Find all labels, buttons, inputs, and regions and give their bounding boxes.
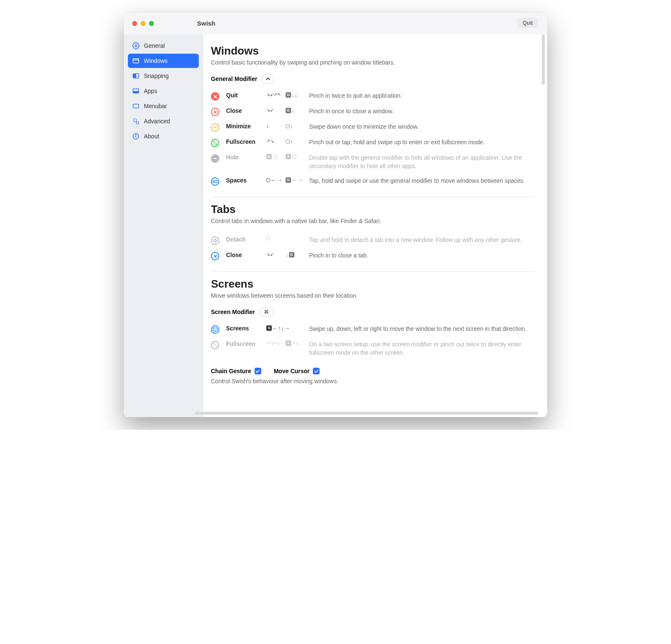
toggle-screen-fullscreen[interactable] <box>211 341 219 349</box>
row-desc: Pinch out or tap, hold and swipe up to e… <box>309 138 535 147</box>
checkbox-row: Chain Gesture Move Cursor <box>211 368 535 374</box>
svg-rect-7 <box>133 104 139 108</box>
move-cursor-option: Move Cursor <box>274 368 320 374</box>
row-name: Screens <box>226 325 266 332</box>
window-title: Swish <box>197 20 215 27</box>
sidebar-item-apps[interactable]: Apps <box>128 84 199 98</box>
toggle-tab-close[interactable] <box>211 252 219 260</box>
sidebar: General Windows Snapping Apps <box>124 34 203 417</box>
sidebar-item-general[interactable]: General <box>128 39 199 53</box>
row-close: Close ↘↙ G↓ Pinch in once to close a win… <box>211 104 535 119</box>
gesture-secondary: 2 <box>286 154 309 159</box>
snapping-icon <box>132 72 140 80</box>
gesture-secondary: G↓ <box>286 107 309 114</box>
toggle-hide[interactable] <box>211 154 219 163</box>
expand-icon <box>213 141 217 145</box>
svg-rect-1 <box>133 59 139 63</box>
row-desc: On a two screen setup, use the screen mo… <box>309 340 535 357</box>
svg-point-8 <box>133 119 137 122</box>
minus-icon <box>213 125 217 130</box>
gear-icon <box>132 42 140 49</box>
monitor-icon <box>213 327 218 332</box>
chain-gesture-label: Chain Gesture <box>211 368 251 374</box>
row-minimize: Minimize ↓ ↓ Swipe down once to minimize… <box>211 119 535 135</box>
check-icon <box>314 369 319 374</box>
preferences-window: Swish Quit General Windows Snapping <box>124 13 547 417</box>
row-desc: Swipe up, down, left or right to move th… <box>309 325 535 333</box>
expand-icon <box>213 343 217 347</box>
sidebar-item-label: General <box>144 42 165 49</box>
screen-modifier-row: Screen Modifier ⌘ <box>211 307 535 317</box>
divider <box>211 271 535 272</box>
section-heading-windows: Windows <box>211 44 535 57</box>
gesture-primary <box>266 236 286 240</box>
row-detach: Detach Tap and hold to detach a tab into… <box>211 233 535 248</box>
screens-footer: Control Swish's behaviour after moving w… <box>211 378 535 384</box>
toggle-screens[interactable] <box>211 325 219 334</box>
sidebar-item-menubar[interactable]: Menubar <box>128 99 199 113</box>
info-icon <box>132 132 140 140</box>
screen-modifier-button[interactable]: ⌘ <box>260 307 273 317</box>
sidebar-item-about[interactable]: About <box>128 129 199 143</box>
section-heading-tabs: Tabs <box>211 203 535 216</box>
sidebar-item-windows[interactable]: Windows <box>128 54 199 68</box>
advanced-icon <box>132 117 140 125</box>
zoom-window-button[interactable] <box>149 21 154 26</box>
svg-point-9 <box>136 122 139 124</box>
gesture-primary: ↓ <box>266 123 286 129</box>
vertical-scrollbar[interactable] <box>542 34 545 85</box>
sidebar-item-advanced[interactable]: Advanced <box>128 114 199 128</box>
gesture-secondary: G←→ <box>286 177 309 183</box>
general-modifier-label: General Modifier <box>211 75 257 82</box>
toggle-spaces[interactable] <box>211 177 219 186</box>
gesture-primary: G <box>266 154 286 159</box>
svg-point-0 <box>135 45 137 47</box>
general-modifier-button[interactable] <box>262 74 274 83</box>
svg-rect-16 <box>214 181 215 182</box>
section-subtitle-windows: Control basic functionality by swiping a… <box>211 59 535 66</box>
svg-rect-6 <box>134 91 138 93</box>
row-screen-fullscreen: Fullscreen ↗↘↖↙ S↗↘ On a two screen setu… <box>211 337 535 360</box>
screen-modifier-label: Screen Modifier <box>211 309 255 315</box>
toggle-detach[interactable] <box>211 236 219 245</box>
quit-button[interactable]: Quit <box>517 18 538 28</box>
minimize-window-button[interactable] <box>140 21 146 26</box>
row-desc: Pinch in twice to quit an application. <box>309 92 535 100</box>
toggle-close[interactable] <box>211 108 219 116</box>
gesture-primary: ↘↙↗↖ <box>266 92 286 97</box>
x-icon <box>213 254 217 258</box>
row-desc: Tap and hold to detach a tab into a new … <box>309 236 535 244</box>
sidebar-item-label: Apps <box>144 88 157 94</box>
row-name: Hide <box>226 154 266 161</box>
row-desc: Double tap with the general modifier to … <box>309 154 535 170</box>
sidebar-item-snapping[interactable]: Snapping <box>128 69 199 83</box>
apps-icon <box>132 87 140 95</box>
gesture-primary: S←↑↓→ <box>266 325 299 331</box>
window-icon <box>132 57 140 65</box>
spaces-icon <box>213 179 218 184</box>
chain-gesture-checkbox[interactable] <box>255 368 261 374</box>
menubar-icon <box>132 102 140 110</box>
gesture-primary: ↘↙ <box>266 107 286 113</box>
sidebar-item-label: About <box>144 133 159 140</box>
row-name: Close <box>226 252 266 258</box>
gesture-secondary: ↓G <box>286 252 309 258</box>
traffic-lights <box>132 21 154 26</box>
section-subtitle-screens: Move windows between screens based on th… <box>211 292 535 299</box>
minus-icon <box>213 156 217 161</box>
section-subtitle-tabs: Control tabs in windows with a native ta… <box>211 218 535 224</box>
row-desc: Pinch in once to close a window. <box>309 107 535 116</box>
toggle-minimize[interactable] <box>211 123 219 132</box>
row-name: Fullscreen <box>226 138 266 145</box>
move-cursor-checkbox[interactable] <box>313 368 320 374</box>
row-spaces: Spaces ←→ G←→ Tap, hold and swipe or use… <box>211 174 535 189</box>
gesture-secondary: S↗↘ <box>286 340 309 346</box>
move-cursor-label: Move Cursor <box>274 368 310 374</box>
sidebar-item-label: Menubar <box>144 103 167 109</box>
horizontal-scrollbar[interactable] <box>195 412 538 415</box>
toggle-quit[interactable] <box>211 92 219 101</box>
close-window-button[interactable] <box>132 21 137 26</box>
check-icon <box>255 369 260 374</box>
content-pane: Windows Control basic functionality by s… <box>203 34 547 417</box>
toggle-fullscreen[interactable] <box>211 139 219 147</box>
